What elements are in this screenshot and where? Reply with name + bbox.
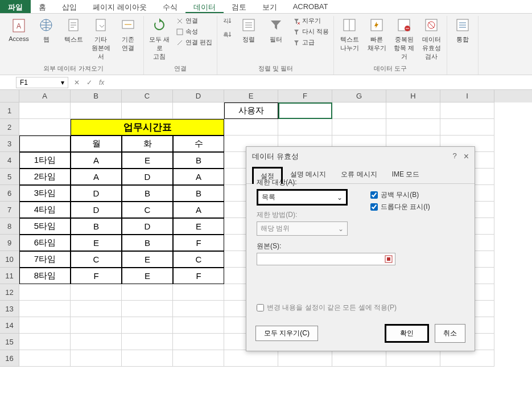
cell[interactable]: F	[173, 235, 224, 251]
confirm-formula-icon[interactable]: ✓	[86, 79, 92, 87]
tab-formula[interactable]: 수식	[155, 0, 185, 13]
cell[interactable]	[173, 102, 224, 119]
cell[interactable]: E	[122, 268, 173, 284]
cell[interactable]: 월	[71, 136, 122, 152]
btn-connections[interactable]: 연결	[175, 16, 213, 26]
btn-text2col[interactable]: 텍스트 나누기	[337, 16, 361, 52]
cell[interactable]: A	[71, 152, 122, 169]
cell-title-merged[interactable]: 업무시간표	[71, 119, 224, 136]
cell[interactable]	[173, 301, 224, 317]
tab-view[interactable]: 보기	[254, 0, 285, 13]
col-header-I[interactable]: I	[440, 90, 494, 102]
row-header[interactable]: 8	[0, 218, 19, 235]
cell[interactable]	[440, 119, 494, 136]
cell[interactable]	[440, 102, 494, 119]
cell[interactable]	[440, 350, 494, 367]
cell[interactable]: D	[71, 202, 122, 218]
cell[interactable]	[71, 301, 122, 317]
row-header[interactable]: 9	[0, 235, 19, 251]
tab-insert[interactable]: 삽입	[54, 0, 85, 13]
cell[interactable]: B	[71, 218, 122, 235]
btn-web[interactable]: 웹	[34, 16, 58, 44]
cell[interactable]	[332, 102, 386, 119]
dialog-cancel-button[interactable]: 취소	[435, 324, 465, 343]
cell[interactable]: 화	[122, 136, 173, 152]
cell[interactable]	[19, 301, 71, 317]
cell[interactable]	[224, 350, 278, 367]
btn-existing-conn[interactable]: 기존 연결	[116, 16, 140, 52]
cell[interactable]: A	[173, 202, 224, 218]
btn-properties[interactable]: 속성	[175, 27, 213, 36]
dialog-apply-all-checkbox[interactable]	[257, 304, 264, 311]
row-header[interactable]: 10	[0, 251, 19, 268]
fx-icon[interactable]: fx	[99, 79, 104, 87]
cell[interactable]: 8타임	[19, 268, 71, 284]
cell[interactable]	[173, 334, 224, 350]
cell[interactable]	[386, 102, 440, 119]
btn-other[interactable]: 기타 원본에서	[89, 16, 113, 61]
dialog-help-button[interactable]: ?	[452, 151, 456, 162]
cell[interactable]: 1타임	[19, 152, 71, 169]
cell[interactable]: A	[71, 169, 122, 185]
col-header-B[interactable]: B	[71, 90, 122, 102]
cell[interactable]	[173, 350, 224, 367]
cancel-formula-icon[interactable]: ✕	[74, 79, 80, 87]
cell[interactable]: C	[122, 202, 173, 218]
row-header[interactable]: 16	[0, 350, 19, 367]
dialog-ok-button[interactable]: 확인	[385, 324, 429, 343]
cell[interactable]	[332, 350, 386, 367]
btn-clear-filter[interactable]: 지우기	[291, 16, 330, 26]
row-header-1[interactable]: 1	[0, 102, 19, 119]
cell[interactable]	[122, 284, 173, 301]
cell[interactable]	[19, 334, 71, 350]
cell[interactable]	[122, 102, 173, 119]
col-header-A[interactable]: A	[19, 90, 71, 102]
tab-layout[interactable]: 페이지 레이아웃	[85, 0, 155, 13]
cell[interactable]: E	[122, 251, 173, 268]
col-header-D[interactable]: D	[173, 90, 224, 102]
cell[interactable]	[173, 284, 224, 301]
btn-sort-desc[interactable]: 흑	[221, 30, 233, 39]
cell[interactable]: 5타임	[19, 218, 71, 235]
col-header-G[interactable]: G	[332, 90, 386, 102]
btn-refresh-all[interactable]: 모두 새로 고침	[147, 16, 171, 61]
cell[interactable]: E	[71, 235, 122, 251]
row-header[interactable]: 6	[0, 185, 19, 202]
btn-remove-dup[interactable]: 중복된 항목 제거	[392, 16, 416, 61]
btn-flash-fill[interactable]: 빠른 채우기	[365, 16, 389, 52]
col-header-F[interactable]: F	[278, 90, 332, 102]
cell[interactable]: F	[71, 268, 122, 284]
cell[interactable]: B	[173, 152, 224, 169]
dialog-close-button[interactable]: ×	[464, 151, 469, 162]
dialog-source-input[interactable]	[257, 253, 395, 265]
btn-advanced[interactable]: 고급	[291, 38, 330, 47]
btn-sort-asc[interactable]: 긱	[221, 16, 233, 25]
tab-acrobat[interactable]: ACROBAT	[285, 0, 336, 13]
tab-home[interactable]: 홈	[31, 0, 54, 13]
cell[interactable]: D	[71, 185, 122, 202]
cell[interactable]: E	[122, 152, 173, 169]
cell[interactable]: B	[173, 185, 224, 202]
cell[interactable]	[71, 284, 122, 301]
cell[interactable]: 2타임	[19, 169, 71, 185]
cell[interactable]: 4타임	[19, 202, 71, 218]
col-header-E[interactable]: E	[224, 90, 278, 102]
col-header-H[interactable]: H	[386, 90, 440, 102]
cell[interactable]	[19, 119, 71, 136]
tab-review[interactable]: 검토	[224, 0, 254, 13]
btn-access[interactable]: AAccess	[7, 16, 31, 42]
row-header-2[interactable]: 2	[0, 119, 19, 136]
cell[interactable]: B	[122, 235, 173, 251]
row-header[interactable]: 4	[0, 152, 19, 169]
btn-data-validation[interactable]: 데이터 유효성 검사	[419, 16, 443, 61]
btn-sort[interactable]: 정렬	[237, 16, 261, 44]
cell[interactable]: E	[173, 218, 224, 235]
btn-edit-links[interactable]: 연결 편집	[175, 38, 213, 47]
cell[interactable]: F	[173, 268, 224, 284]
cell[interactable]	[71, 102, 122, 119]
dialog-clear-all-button[interactable]: 모두 지우기(C)	[255, 326, 318, 341]
cell[interactable]	[278, 119, 332, 136]
cell[interactable]: D	[122, 218, 173, 235]
range-select-icon[interactable]	[385, 255, 393, 263]
row-header[interactable]: 11	[0, 268, 19, 284]
